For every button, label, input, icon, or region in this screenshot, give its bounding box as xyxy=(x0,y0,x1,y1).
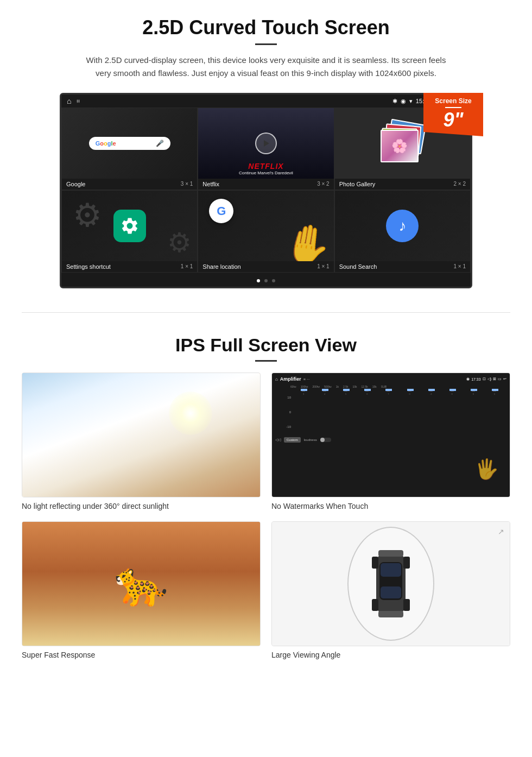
music-note-icon: ♪ xyxy=(398,217,406,235)
feature-sunlight: No light reflecting under 360° direct su… xyxy=(22,373,261,510)
badge-size: 9" xyxy=(443,109,463,131)
cheetah-bg: 🐆 xyxy=(22,522,260,646)
sunlight-caption: No light reflecting under 360° direct su… xyxy=(22,502,261,510)
netflix-play-btn[interactable] xyxy=(255,133,277,154)
cheetah-emoji: 🐆 xyxy=(114,558,168,609)
google-label: Google 3 × 1 xyxy=(62,179,197,190)
google-search-bar[interactable]: Google 🎤 xyxy=(89,137,170,150)
eq-handle-3[interactable] xyxy=(343,389,350,391)
amplifier-caption: No Watermarks When Touch xyxy=(271,502,510,510)
amp-status-bar: ⌂ Amplifier ≡ ··· ◉ 17:33 ⊡◁)⊠▭↩ xyxy=(275,376,506,382)
cheetah-caption: Super Fast Response xyxy=(22,651,261,659)
eq-handle-8[interactable] xyxy=(449,389,456,391)
google-mic-icon[interactable]: 🎤 xyxy=(156,140,164,147)
settings-thumb: ⚙ ⚙ xyxy=(62,191,197,261)
eq-bar-3: 5 xyxy=(336,390,356,395)
eq-bar-1: 3 xyxy=(294,390,313,395)
eq-handle-4[interactable] xyxy=(364,389,371,391)
sunlight-image xyxy=(22,373,261,497)
dot-3 xyxy=(272,279,275,282)
eq-bar-2: 4 xyxy=(315,390,334,395)
app-cell-google[interactable]: Google 🎤 Google 3 × 1 xyxy=(61,108,198,190)
eq-handle-6[interactable] xyxy=(407,389,414,391)
eq-handle-5[interactable] xyxy=(385,389,392,391)
svg-rect-3 xyxy=(381,586,401,598)
amplifier-image: ⌂ Amplifier ≡ ··· ◉ 17:33 ⊡◁)⊠▭↩ 60hz100… xyxy=(271,373,510,497)
svg-rect-4 xyxy=(378,550,403,557)
flower-icon: 🌸 xyxy=(391,138,408,154)
gear-icon xyxy=(120,216,140,236)
settings-bg-icon2: ⚙ xyxy=(167,227,192,258)
ips-section: IPS Full Screen View No light reflecting… xyxy=(0,324,532,676)
device-wrapper: Screen Size 9" ⌂ ⌗ ✱ ◉ ▾ 15:06 ⊡ ◁) ⊠ xyxy=(60,93,472,288)
settings-bg-icon: ⚙ xyxy=(73,196,102,234)
eq-handle-9[interactable] xyxy=(471,389,477,391)
home-icon[interactable]: ⌂ xyxy=(67,97,71,105)
eq-bars-container: 3 4 xyxy=(294,390,504,434)
dot-1 xyxy=(257,279,260,282)
feature-amplifier: ⌂ Amplifier ≡ ··· ◉ 17:33 ⊡◁)⊠▭↩ 60hz100… xyxy=(271,373,510,510)
sound-app-name: Sound Search xyxy=(339,263,377,270)
share-app-size: 1 × 1 xyxy=(317,263,330,270)
sound-icon-bg: ♪ xyxy=(386,210,419,242)
car-oval xyxy=(347,527,434,641)
car-bg: ↗ xyxy=(272,522,510,646)
amplifier-bg: ⌂ Amplifier ≡ ··· ◉ 17:33 ⊡◁)⊠▭↩ 60hz100… xyxy=(272,373,510,497)
app-cell-netflix[interactable]: NETFLIX Continue Marvel's Daredevil Netf… xyxy=(198,108,334,190)
sunlight-bg xyxy=(22,373,260,497)
sound-app-size: 1 × 1 xyxy=(453,263,466,270)
screen-size-badge: Screen Size 9" xyxy=(423,93,483,136)
svg-rect-7 xyxy=(372,599,378,611)
wifi-icon: ▾ xyxy=(409,98,413,105)
netflix-thumb: NETFLIX Continue Marvel's Daredevil xyxy=(198,108,333,179)
app-cell-share[interactable]: G 🤚 Share location 1 × 1 xyxy=(198,190,334,273)
section-divider xyxy=(22,312,510,313)
amp-prev-icon[interactable]: ◁◁ xyxy=(275,438,281,442)
eq-handle-2[interactable] xyxy=(322,389,328,391)
share-app-name: Share location xyxy=(202,263,240,270)
badge-divider xyxy=(445,107,461,108)
eq-handle-10[interactable] xyxy=(492,389,498,391)
app-row-1: Google 🎤 Google 3 × 1 xyxy=(61,108,471,190)
eq-bar-7: -3 xyxy=(421,390,441,395)
share-thumb: G 🤚 xyxy=(198,191,333,261)
eq-bar-9: 0 xyxy=(464,390,483,395)
car-caption: Large Viewing Angle xyxy=(271,651,510,659)
status-left: ⌂ ⌗ xyxy=(67,97,80,105)
amp-time: 17:33 xyxy=(471,377,481,381)
svg-rect-2 xyxy=(381,563,401,577)
eq-bar-8: 0 xyxy=(442,390,462,395)
netflix-label: Netflix 3 × 2 xyxy=(198,179,333,190)
section1-description: With 2.5D curved-display screen, this de… xyxy=(81,54,451,80)
app-cell-sound[interactable]: ♪ Sound Search 1 × 1 xyxy=(334,190,471,273)
eq-left-labels: 10 0 -10 xyxy=(277,390,293,434)
netflix-subtitle: Continue Marvel's Daredevil xyxy=(202,171,329,175)
feature-grid: No light reflecting under 360° direct su… xyxy=(22,373,510,659)
settings-label: Settings shortcut 1 × 1 xyxy=(62,261,197,272)
app-cell-settings[interactable]: ⚙ ⚙ Settings shortcut 1 × 1 xyxy=(61,190,198,273)
usb-icon: ⌗ xyxy=(77,98,80,105)
custom-btn[interactable]: Custom xyxy=(284,437,301,443)
car-arrow-icon: ↗ xyxy=(498,527,504,536)
location-icon: ◉ xyxy=(401,98,406,105)
google-thumb: Google 🎤 xyxy=(62,108,197,179)
loudness-label: loudness xyxy=(304,438,317,441)
svg-rect-9 xyxy=(403,599,410,611)
eq-handle-7[interactable] xyxy=(428,389,435,391)
sound-label: Sound Search 1 × 1 xyxy=(335,261,470,272)
hand-touch-icon: 🤚 xyxy=(280,218,333,261)
share-label: Share location 1 × 1 xyxy=(198,261,333,272)
eq-handle-1[interactable] xyxy=(301,389,307,391)
android-device: ⌂ ⌗ ✱ ◉ ▾ 15:06 ⊡ ◁) ⊠ ▭ xyxy=(60,93,472,288)
eq-bar-6: 0 xyxy=(400,390,419,395)
eq-bar-4: 6 xyxy=(357,390,377,395)
dot-2 xyxy=(264,279,268,282)
car-svg xyxy=(372,546,410,622)
settings-app-name: Settings shortcut xyxy=(66,263,111,270)
google-app-name: Google xyxy=(66,181,85,187)
photo-label: Photo Gallery 2 × 2 xyxy=(335,179,470,190)
google-logo: Google xyxy=(96,140,116,147)
loudness-toggle[interactable] xyxy=(320,438,331,442)
amp-footer: ◁◁ Custom loudness xyxy=(275,437,506,443)
badge-label: Screen Size xyxy=(429,97,478,105)
